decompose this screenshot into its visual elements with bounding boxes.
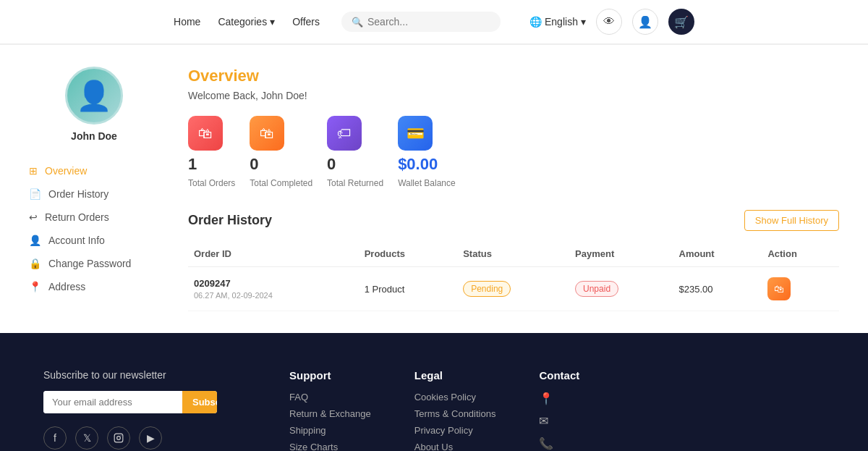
svg-rect-0 (114, 434, 123, 442)
compare-icon[interactable]: 👁 (596, 9, 622, 35)
nav-categories[interactable]: Categories ▾ (218, 16, 275, 28)
address-icon: 📍 (29, 281, 41, 292)
col-order-id: Order ID (188, 241, 359, 267)
legal-title: Legal (414, 369, 496, 382)
search-icon: 🔍 (352, 17, 363, 28)
footer-newsletter: Subscribe to our newsletter Subscribe f … (43, 369, 246, 450)
total-orders-label: Total Orders (188, 178, 235, 188)
sidebar-item-address[interactable]: 📍 Address (29, 275, 159, 298)
about-us-link[interactable]: About Us (414, 442, 496, 451)
newsletter-form: Subscribe (43, 391, 217, 413)
stat-total-orders: 🛍 1 Total Orders (188, 116, 235, 188)
language-selector[interactable]: 🌐 English ▾ (529, 16, 586, 28)
wallet-label: Wallet Balance (398, 178, 456, 188)
avatar-section: 👤 John Doe (29, 67, 159, 142)
total-returned-icon: 🏷 (327, 116, 362, 151)
overview-title: Overview (188, 67, 839, 85)
wallet-value: $0.00 (398, 155, 438, 174)
user-icon[interactable]: 👤 (632, 9, 658, 35)
contact-location: 📍 (539, 392, 694, 405)
newsletter-input[interactable] (43, 391, 182, 413)
amount-cell: $235.00 (673, 267, 762, 311)
total-completed-value: 0 (250, 155, 258, 174)
location-icon: 📍 (539, 392, 553, 405)
faq-link[interactable]: FAQ (289, 392, 371, 402)
main-content: 👤 John Doe ⊞ Overview 📄 Order History ↩ … (0, 45, 868, 333)
email-icon: ✉ (539, 414, 548, 428)
action-button[interactable]: 🛍 (767, 277, 791, 300)
status-cell: Pending (457, 267, 569, 311)
sidebar: 👤 John Doe ⊞ Overview 📄 Order History ↩ … (29, 67, 159, 311)
main-nav: Home Categories ▾ Offers (174, 16, 320, 28)
chevron-down-icon: ▾ (270, 16, 275, 28)
search-input[interactable] (367, 16, 490, 28)
return-icon: ↩ (29, 211, 38, 223)
sidebar-item-overview[interactable]: ⊞ Overview (29, 159, 159, 182)
social-icons: f 𝕏 ▶ (43, 426, 246, 450)
terms-link[interactable]: Terms & Conditions (414, 408, 496, 419)
svg-point-2 (121, 435, 122, 436)
user-name: John Doe (71, 130, 117, 142)
products-cell: 1 Product (359, 267, 458, 311)
welcome-text: Welcome Back, John Doe! (188, 90, 839, 101)
order-table: Order ID Products Status Payment Amount … (188, 241, 839, 311)
size-charts-link[interactable]: Size Charts (289, 442, 371, 451)
total-returned-label: Total Returned (327, 178, 383, 188)
order-id-cell: 0209247 06.27 AM, 02-09-2024 (188, 267, 359, 311)
total-returned-value: 0 (327, 155, 336, 174)
phone-icon: 📞 (539, 437, 553, 450)
wallet-icon: 💳 (398, 116, 433, 151)
overview-section: Overview Welcome Back, John Doe! 🛍 1 Tot… (188, 67, 839, 311)
support-title: Support (289, 369, 371, 382)
sidebar-item-order-history[interactable]: 📄 Order History (29, 182, 159, 206)
total-orders-icon: 🛍 (188, 116, 223, 151)
facebook-icon[interactable]: f (43, 426, 67, 450)
grid-icon: ⊞ (29, 165, 38, 177)
order-history-icon: 📄 (29, 188, 41, 200)
action-cell: 🛍 (762, 267, 839, 311)
privacy-policy-link[interactable]: Privacy Policy (414, 425, 496, 436)
nav-home[interactable]: Home (174, 16, 200, 28)
return-exchange-link[interactable]: Return & Exchange (289, 408, 371, 419)
contact-title: Contact (539, 369, 694, 382)
youtube-icon[interactable]: ▶ (139, 426, 162, 450)
stat-total-completed: 🛍 0 Total Completed (250, 116, 312, 188)
stat-wallet-balance: 💳 $0.00 Wallet Balance (398, 116, 456, 188)
sidebar-item-account-info[interactable]: 👤 Account Info (29, 229, 159, 252)
subscribe-button[interactable]: Subscribe (182, 391, 217, 413)
twitter-icon[interactable]: 𝕏 (75, 426, 98, 450)
show-full-history-button[interactable]: Show Full History (744, 210, 839, 231)
search-bar[interactable]: 🔍 (341, 12, 501, 32)
status-badge: Pending (463, 281, 511, 297)
sidebar-item-change-password[interactable]: 🔒 Change Password (29, 252, 159, 275)
payment-badge: Unpaid (575, 281, 618, 297)
nav-offers[interactable]: Offers (292, 16, 320, 28)
newsletter-label: Subscribe to our newsletter (43, 369, 246, 381)
contact-phone: 📞 (539, 437, 694, 450)
order-history-header: Order History Show Full History (188, 210, 839, 231)
flag-icon: 🌐 (529, 16, 542, 28)
col-products: Products (359, 241, 458, 267)
footer-links: Support FAQ Return & Exchange Shipping S… (289, 369, 694, 451)
footer-legal: Legal Cookies Policy Terms & Conditions … (414, 369, 496, 451)
shipping-link[interactable]: Shipping (289, 425, 371, 436)
avatar: 👤 (65, 67, 123, 125)
header: Home Categories ▾ Offers 🔍 🌐 English ▾ 👁… (0, 0, 868, 44)
table-row: 0209247 06.27 AM, 02-09-2024 1 Product P… (188, 267, 839, 311)
total-completed-label: Total Completed (250, 178, 312, 188)
instagram-icon[interactable] (107, 426, 130, 450)
sidebar-item-return-orders[interactable]: ↩ Return Orders (29, 206, 159, 229)
cookies-policy-link[interactable]: Cookies Policy (414, 392, 496, 402)
col-payment: Payment (569, 241, 673, 267)
stat-total-returned: 🏷 0 Total Returned (327, 116, 383, 188)
footer: Subscribe to our newsletter Subscribe f … (0, 333, 868, 451)
stats-row: 🛍 1 Total Orders 🛍 0 Total Completed 🏷 0… (188, 116, 839, 188)
payment-cell: Unpaid (569, 267, 673, 311)
order-history-title: Order History (188, 213, 272, 228)
col-action: Action (762, 241, 839, 267)
cart-icon[interactable]: 🛒 (668, 9, 694, 35)
total-orders-value: 1 (188, 155, 197, 174)
chevron-down-icon: ▾ (581, 16, 586, 28)
header-icons: 🌐 English ▾ 👁 👤 🛒 (529, 9, 694, 35)
sidebar-menu: ⊞ Overview 📄 Order History ↩ Return Orde… (29, 159, 159, 298)
